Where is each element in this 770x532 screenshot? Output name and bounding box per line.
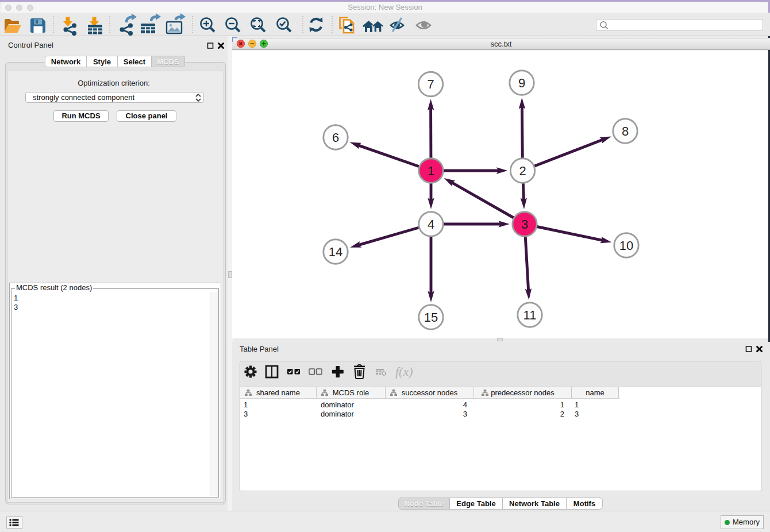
svg-text:6: 6: [332, 130, 339, 145]
svg-text:9: 9: [518, 76, 525, 90]
svg-text:3: 3: [521, 217, 528, 232]
svg-text:10: 10: [619, 238, 633, 253]
svg-text:2: 2: [519, 164, 526, 178]
svg-text:7: 7: [427, 77, 434, 91]
svg-text:f(x): f(x): [395, 364, 413, 379]
svg-text:11: 11: [523, 308, 537, 322]
svg-text:1: 1: [428, 164, 434, 178]
svg-text:8: 8: [622, 124, 629, 138]
svg-text:15: 15: [424, 310, 438, 325]
svg-text:14: 14: [329, 245, 342, 259]
svg-text:4: 4: [428, 217, 434, 232]
